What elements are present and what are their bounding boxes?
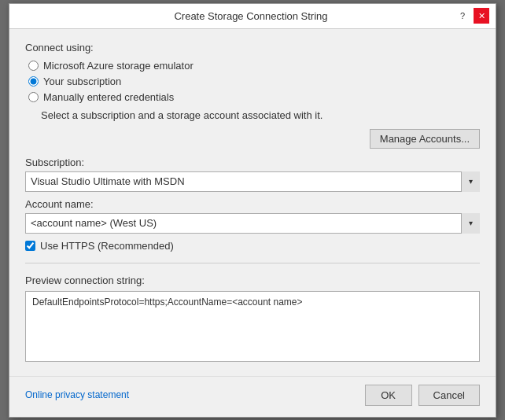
radio-subscription[interactable]: Your subscription [28, 76, 480, 87]
account-name-group: Account name: <account name> (West US) ▾ [25, 198, 480, 234]
close-button[interactable]: ✕ [474, 8, 489, 24]
radio-emulator[interactable]: Microsoft Azure storage emulator [28, 60, 480, 72]
cancel-button[interactable]: Cancel [418, 385, 480, 406]
divider [25, 263, 480, 263]
privacy-link[interactable]: Online privacy statement [25, 389, 129, 400]
radio-subscription-input[interactable] [28, 76, 39, 87]
radio-subscription-label: Your subscription [43, 76, 121, 87]
dialog: Create Storage Connection String ? ✕ Con… [9, 3, 496, 418]
preview-label: Preview connection string: [25, 274, 480, 286]
dialog-title: Create Storage Connection String [47, 10, 455, 22]
radio-manual-label: Manually entered credentials [43, 91, 174, 103]
subscription-dropdown-wrapper: Visual Studio Ultimate with MSDN ▾ [25, 171, 480, 192]
dialog-footer: Online privacy statement OK Cancel [9, 376, 496, 417]
account-name-dropdown[interactable]: <account name> (West US) [25, 213, 480, 234]
title-bar: Create Storage Connection String ? ✕ [9, 4, 496, 29]
subscription-label: Subscription: [25, 157, 480, 168]
footer-buttons: OK Cancel [365, 385, 480, 406]
ok-button[interactable]: OK [365, 385, 412, 406]
use-https-label: Use HTTPS (Recommended) [40, 240, 174, 252]
preview-box: DefaultEndpointsProtocol=https;AccountNa… [25, 291, 480, 362]
use-https-row[interactable]: Use HTTPS (Recommended) [25, 240, 480, 252]
subscription-group: Subscription: Visual Studio Ultimate wit… [25, 157, 480, 192]
manage-accounts-row: Manage Accounts... [25, 129, 480, 149]
subscription-dropdown[interactable]: Visual Studio Ultimate with MSDN [25, 171, 480, 192]
radio-group: Microsoft Azure storage emulator Your su… [28, 60, 480, 103]
description-text: Select a subscription and a storage acco… [41, 109, 480, 121]
use-https-checkbox[interactable] [25, 241, 35, 251]
dialog-body: Connect using: Microsoft Azure storage e… [9, 29, 496, 371]
help-button[interactable]: ? [455, 8, 470, 24]
account-name-label: Account name: [25, 198, 480, 210]
radio-manual[interactable]: Manually entered credentials [28, 91, 480, 103]
account-name-dropdown-wrapper: <account name> (West US) ▾ [25, 213, 480, 234]
connect-using-label: Connect using: [25, 42, 480, 53]
title-bar-buttons: ? ✕ [455, 8, 489, 24]
manage-accounts-button[interactable]: Manage Accounts... [370, 129, 480, 149]
radio-emulator-label: Microsoft Azure storage emulator [43, 60, 194, 72]
radio-manual-input[interactable] [28, 92, 39, 102]
radio-emulator-input[interactable] [28, 61, 39, 71]
